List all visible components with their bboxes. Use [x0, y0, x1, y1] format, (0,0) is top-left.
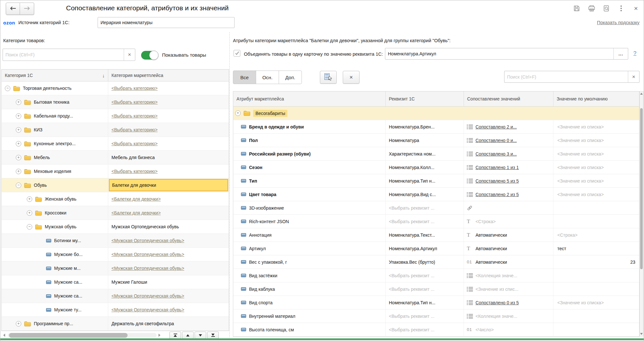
fill-values-button[interactable] [320, 71, 337, 84]
choose-category-link[interactable]: <Выбрать категорию> [111, 141, 158, 146]
marketplace-category-cell[interactable]: <Балетки для девочки> [108, 192, 229, 206]
requisite-cell[interactable]: Упаковка.Вес (брутто) [385, 255, 464, 269]
scroll-down-button[interactable] [195, 332, 206, 339]
category-row[interactable]: Ботинки му...<Мужская Ортопедическая обу… [2, 234, 229, 248]
mapping-link[interactable]: Сопоставлено 1 из 1 [476, 165, 519, 170]
default-cell[interactable]: <Значение из списка> [553, 147, 639, 160]
attribute-row[interactable]: АннотацияНоменклатура.Текст...TАвтоматич… [233, 228, 639, 242]
hscroll-thumb[interactable] [9, 333, 128, 338]
default-cell[interactable]: <Значение из списка> [553, 174, 639, 187]
panel-splitter[interactable] [229, 32, 230, 337]
attributes-vscrollbar[interactable] [639, 91, 643, 336]
marketplace-category-cell[interactable]: <Мужская Ортопедическая обувь> [108, 289, 229, 303]
default-cell[interactable]: <Значение из списка> [553, 134, 639, 147]
scroll-to-top-button[interactable] [169, 332, 181, 339]
marketplace-category-cell[interactable]: <Мужская Ортопедическая обувь> [108, 303, 229, 317]
tab-[interactable]: Все [233, 71, 256, 84]
category-row[interactable]: Мужские бо...<Мужская Ортопедическая обу… [2, 248, 229, 261]
scroll-down-icon[interactable] [640, 333, 643, 335]
expand-icon[interactable]: + [16, 127, 21, 133]
expand-icon[interactable]: + [16, 155, 21, 160]
mapping-cell[interactable] [464, 201, 553, 214]
choose-category-link[interactable]: <Мужская Ортопедическая обувь> [111, 252, 184, 257]
requisite-cell[interactable]: <Выбрать реквизит ... [385, 309, 464, 323]
collapse-icon[interactable]: − [5, 86, 10, 91]
show-hint-link[interactable]: Показать подсказку [597, 20, 639, 25]
vscroll-thumb[interactable] [640, 108, 643, 269]
column-header-attribute[interactable]: Атрибут маркетплейса [233, 91, 385, 106]
attribute-row[interactable]: Вид застёжки<Выбрать реквизит ...<Коллек… [233, 269, 639, 282]
choose-category-link[interactable]: <Мужская Ортопедическая обувь> [111, 238, 184, 243]
mapping-cell[interactable]: <Коллекция значе... [464, 309, 553, 323]
scroll-to-bottom-button[interactable] [207, 332, 219, 339]
attribute-row[interactable]: Российский размер (обуви)Характеристика … [233, 147, 639, 161]
expand-icon[interactable]: + [16, 141, 21, 147]
default-cell[interactable]: <Значение из списка> [553, 296, 639, 309]
default-cell[interactable]: <Значение из списка> [553, 120, 639, 133]
mapping-cell[interactable]: <Коллекция значе... [464, 269, 553, 282]
expand-icon[interactable]: + [16, 321, 21, 327]
choose-category-link[interactable]: <Мужская Ортопедическая обувь> [111, 307, 184, 312]
show-products-toggle[interactable] [141, 51, 158, 60]
requisite-cell[interactable]: <Выбрать реквизит ... [385, 323, 464, 336]
category-row[interactable]: −Мужская обувьМужская Ортопедическая обу… [2, 220, 229, 234]
column-header-category-1c[interactable]: Категория 1С ↓ [2, 70, 108, 81]
scroll-up-icon[interactable] [640, 93, 643, 95]
category-row[interactable]: Мужские са...Мужские Галоши [2, 275, 229, 289]
attribute-row[interactable]: СезонНоменклатура.Колл...Сопоставлено 1 … [233, 161, 639, 174]
category-search-input[interactable] [3, 49, 124, 61]
help-link[interactable]: ? [633, 50, 636, 57]
tab-[interactable]: Осн. [256, 71, 279, 84]
forward-button[interactable] [20, 3, 34, 15]
category-row[interactable]: Мужские са...<Мужская Ортопедическая обу… [2, 289, 229, 303]
attribute-row[interactable]: 3D-изображение<Выбрать реквизит ... [233, 201, 639, 215]
default-cell[interactable] [553, 201, 639, 214]
tab-[interactable]: Доп. [279, 71, 302, 84]
marketplace-category-cell[interactable]: <Мужская Ортопедическая обувь> [108, 234, 229, 247]
more-icon[interactable] [617, 5, 625, 12]
marketplace-category-cell[interactable]: <Выбрать категорию> [108, 109, 229, 123]
mapping-link[interactable]: Сопоставлено 0 и... [476, 138, 517, 143]
collapse-icon[interactable]: − [16, 183, 21, 188]
choose-category-link[interactable]: <Выбрать категорию> [111, 99, 158, 105]
marketplace-category-cell[interactable]: Мужские Галоши [108, 275, 229, 289]
mapping-cell[interactable]: <Значение из спис... [464, 282, 553, 296]
close-icon[interactable]: × [632, 5, 640, 12]
requisite-cell[interactable]: Номенклатура.Вид с... [385, 188, 464, 201]
expand-icon[interactable]: + [27, 196, 32, 202]
print-icon[interactable] [588, 5, 595, 12]
default-cell[interactable]: <Значение из списка> [553, 161, 639, 174]
marketplace-category-cell[interactable]: <Выбрать категорию> [108, 137, 229, 150]
mapping-link[interactable]: Сопоставлено 2 и... [476, 124, 517, 129]
marketplace-category-cell[interactable]: <Выбрать категорию> [108, 123, 229, 137]
marketplace-category-cell[interactable]: Держатель для светофильтра [108, 317, 229, 330]
mapping-link[interactable]: Сопоставлено 2 из 5 [476, 192, 519, 197]
requisite-cell[interactable]: <Выбрать реквизит ... [385, 282, 464, 296]
attribute-row[interactable]: Бренд в одежде и обувиНоменклатура.Брен.… [233, 120, 639, 134]
category-row[interactable]: +Кабельная проду...<Выбрать категорию> [2, 109, 229, 123]
attribute-row[interactable]: ТипНоменклатура.Тип н...Сопоставлено 5 и… [233, 174, 639, 188]
back-button[interactable] [6, 3, 20, 15]
column-header-marketplace-category[interactable]: Категория маркетплейса [108, 70, 229, 81]
requisite-cell[interactable]: Номенклатура.Текст... [385, 228, 464, 242]
default-cell[interactable] [553, 215, 639, 228]
mapping-cell[interactable]: Сопоставлено 2 из 5 [464, 188, 553, 201]
mapping-link[interactable]: Сопоставлено 5 из 5 [476, 178, 519, 184]
marketplace-category-cell[interactable]: Мебель для бизнеса [108, 151, 229, 164]
requisite-cell[interactable]: Номенклатура.Тип н... [385, 296, 464, 309]
mapping-cell[interactable]: Сопоставлено 5 из 5 [464, 174, 553, 187]
expand-icon[interactable]: + [16, 169, 21, 174]
mapping-cell[interactable]: TАвтоматически [464, 228, 553, 242]
merge-checkbox[interactable] [234, 50, 240, 57]
choose-requisite-button[interactable]: ... [613, 48, 628, 59]
attribute-row[interactable]: Вид каблука<Выбрать реквизит ...<Значени… [233, 282, 639, 296]
default-cell[interactable]: тест [553, 242, 639, 255]
category-row[interactable]: +Программные пр...Держатель для светофил… [2, 317, 229, 331]
column-header-default[interactable]: Значение по умолчанию [553, 91, 639, 106]
attribute-row[interactable]: Внутренний материал<Выбрать реквизит ...… [233, 309, 639, 323]
category-row[interactable]: +Кроссовки<Балетки для девочки> [2, 206, 229, 220]
choose-category-link[interactable]: <Мужская Ортопедическая обувь> [111, 266, 184, 271]
scroll-up-button[interactable] [182, 332, 194, 339]
mapping-cell[interactable]: TАвтоматически [464, 242, 553, 255]
requisite-cell[interactable]: Номенклатура.Брен... [385, 120, 464, 133]
